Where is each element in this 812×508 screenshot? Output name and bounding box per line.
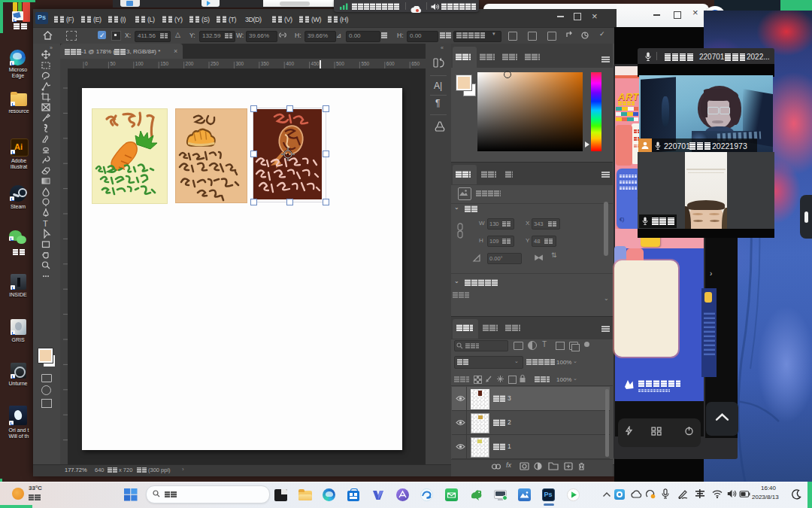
svg-text:350: 350 — [261, 61, 269, 66]
svg-text:550: 550 — [361, 61, 369, 66]
svg-text:300: 300 — [235, 61, 244, 66]
svg-text:T: T — [43, 219, 48, 228]
svg-text:450: 450 — [311, 61, 320, 66]
svg-text:0: 0 — [85, 61, 88, 66]
svg-text:50: 50 — [110, 61, 116, 66]
svg-text:150: 150 — [160, 61, 168, 66]
svg-text:500: 500 — [336, 61, 344, 66]
svg-text:250: 250 — [211, 61, 219, 66]
svg-text:200: 200 — [186, 61, 194, 66]
svg-text:600: 600 — [386, 61, 395, 66]
svg-text:650: 650 — [411, 61, 420, 66]
svg-text:400: 400 — [286, 61, 294, 66]
svg-text:100: 100 — [135, 61, 144, 66]
